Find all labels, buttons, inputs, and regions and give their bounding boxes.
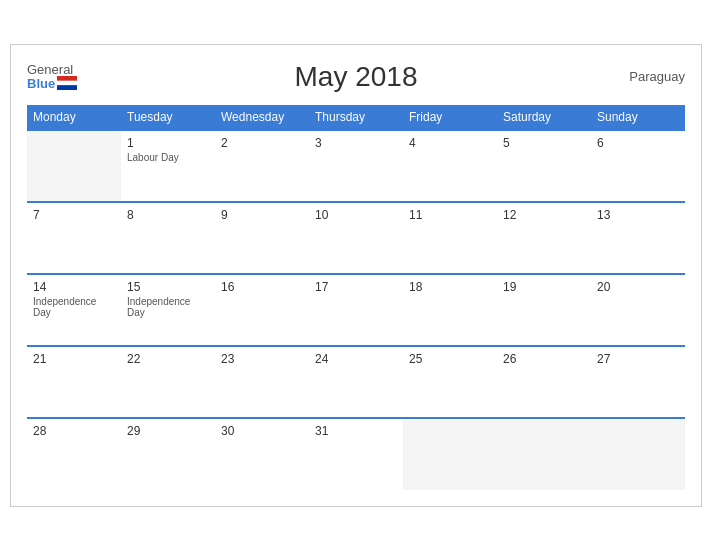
calendar-day-cell: 22: [121, 346, 215, 418]
calendar-day-cell: 8: [121, 202, 215, 274]
day-event: Independence Day: [33, 296, 115, 318]
day-number: 9: [221, 208, 303, 222]
calendar-day-cell: [591, 418, 685, 490]
calendar-week-row: 21222324252627: [27, 346, 685, 418]
calendar-week-row: 28293031: [27, 418, 685, 490]
day-number: 30: [221, 424, 303, 438]
calendar-day-cell: 28: [27, 418, 121, 490]
day-number: 5: [503, 136, 585, 150]
calendar-day-cell: 25: [403, 346, 497, 418]
calendar-week-row: 78910111213: [27, 202, 685, 274]
logo-blue-text: Blue: [27, 77, 55, 90]
day-number: 17: [315, 280, 397, 294]
calendar-day-cell: 5: [497, 130, 591, 202]
day-number: 29: [127, 424, 209, 438]
day-number: 15: [127, 280, 209, 294]
weekday-header-friday: Friday: [403, 105, 497, 130]
calendar-day-cell: [497, 418, 591, 490]
weekday-header-wednesday: Wednesday: [215, 105, 309, 130]
calendar-day-cell: 26: [497, 346, 591, 418]
calendar-container: General Blue May 2018 Paraguay MondayTue…: [10, 44, 702, 507]
svg-rect-1: [57, 81, 77, 86]
calendar-thead: MondayTuesdayWednesdayThursdayFridaySatu…: [27, 105, 685, 130]
calendar-day-cell: 30: [215, 418, 309, 490]
weekday-header-thursday: Thursday: [309, 105, 403, 130]
day-number: 8: [127, 208, 209, 222]
calendar-day-cell: 1Labour Day: [121, 130, 215, 202]
calendar-day-cell: 27: [591, 346, 685, 418]
day-number: 14: [33, 280, 115, 294]
day-number: 12: [503, 208, 585, 222]
calendar-day-cell: 7: [27, 202, 121, 274]
calendar-day-cell: [27, 130, 121, 202]
calendar-day-cell: 2: [215, 130, 309, 202]
month-title: May 2018: [295, 61, 418, 93]
calendar-day-cell: [403, 418, 497, 490]
calendar-day-cell: 11: [403, 202, 497, 274]
day-number: 16: [221, 280, 303, 294]
calendar-day-cell: 18: [403, 274, 497, 346]
calendar-day-cell: 12: [497, 202, 591, 274]
calendar-day-cell: 15Independence Day: [121, 274, 215, 346]
day-number: 7: [33, 208, 115, 222]
day-number: 18: [409, 280, 491, 294]
day-number: 21: [33, 352, 115, 366]
day-number: 28: [33, 424, 115, 438]
day-number: 25: [409, 352, 491, 366]
logo: General Blue: [27, 63, 77, 90]
day-number: 31: [315, 424, 397, 438]
calendar-day-cell: 10: [309, 202, 403, 274]
day-number: 4: [409, 136, 491, 150]
calendar-day-cell: 31: [309, 418, 403, 490]
weekday-header-tuesday: Tuesday: [121, 105, 215, 130]
calendar-day-cell: 14Independence Day: [27, 274, 121, 346]
calendar-day-cell: 20: [591, 274, 685, 346]
weekday-header-row: MondayTuesdayWednesdayThursdayFridaySatu…: [27, 105, 685, 130]
country-label: Paraguay: [629, 69, 685, 84]
calendar-day-cell: 24: [309, 346, 403, 418]
weekday-header-monday: Monday: [27, 105, 121, 130]
day-number: 3: [315, 136, 397, 150]
day-number: 11: [409, 208, 491, 222]
logo-flag-icon: [57, 76, 77, 90]
weekday-header-sunday: Sunday: [591, 105, 685, 130]
calendar-day-cell: 13: [591, 202, 685, 274]
day-number: 27: [597, 352, 679, 366]
calendar-header: General Blue May 2018 Paraguay: [27, 61, 685, 93]
day-number: 6: [597, 136, 679, 150]
calendar-week-row: 14Independence Day15Independence Day1617…: [27, 274, 685, 346]
calendar-day-cell: 21: [27, 346, 121, 418]
calendar-tbody: 1Labour Day234567891011121314Independenc…: [27, 130, 685, 490]
day-number: 23: [221, 352, 303, 366]
calendar-day-cell: 19: [497, 274, 591, 346]
calendar-table: MondayTuesdayWednesdayThursdayFridaySatu…: [27, 105, 685, 490]
day-number: 20: [597, 280, 679, 294]
calendar-day-cell: 9: [215, 202, 309, 274]
day-number: 13: [597, 208, 679, 222]
calendar-day-cell: 6: [591, 130, 685, 202]
day-number: 26: [503, 352, 585, 366]
day-event: Labour Day: [127, 152, 209, 163]
calendar-day-cell: 3: [309, 130, 403, 202]
day-number: 1: [127, 136, 209, 150]
day-event: Independence Day: [127, 296, 209, 318]
calendar-day-cell: 29: [121, 418, 215, 490]
day-number: 22: [127, 352, 209, 366]
calendar-day-cell: 17: [309, 274, 403, 346]
day-number: 24: [315, 352, 397, 366]
calendar-day-cell: 16: [215, 274, 309, 346]
day-number: 2: [221, 136, 303, 150]
calendar-day-cell: 23: [215, 346, 309, 418]
day-number: 19: [503, 280, 585, 294]
calendar-week-row: 1Labour Day23456: [27, 130, 685, 202]
weekday-header-saturday: Saturday: [497, 105, 591, 130]
svg-rect-2: [57, 85, 77, 90]
calendar-day-cell: 4: [403, 130, 497, 202]
day-number: 10: [315, 208, 397, 222]
logo-general-text: General: [27, 63, 73, 76]
